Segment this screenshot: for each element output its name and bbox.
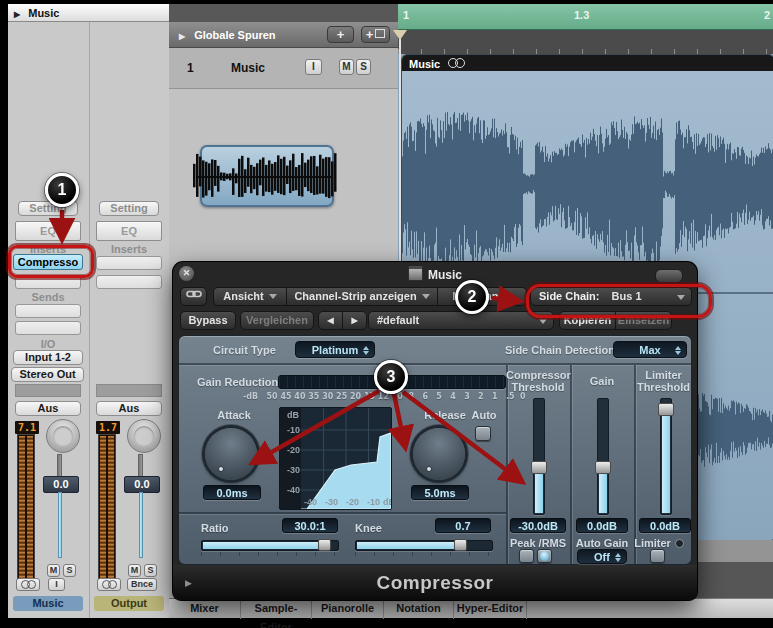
mute-button[interactable]: M [128, 564, 141, 577]
input-monitor-button[interactable]: I [48, 578, 65, 591]
input-button[interactable]: Input 1-2 [13, 350, 83, 365]
gain-value[interactable]: 0.0dB [576, 518, 628, 533]
pan-knob[interactable] [46, 419, 80, 453]
bounce-button[interactable]: Bnce [127, 578, 157, 591]
auto-release-checkbox[interactable] [475, 426, 491, 441]
bypass-button[interactable]: Bypass [180, 311, 236, 330]
mixer-header[interactable]: ▶ Music [8, 4, 169, 22]
rms-button[interactable] [537, 549, 552, 563]
ratio-value[interactable]: 30.0:1 [282, 518, 338, 533]
menu-channel-strip[interactable]: Channel-Strip anzeigen [286, 288, 437, 305]
threshold-slider[interactable] [533, 398, 545, 515]
tab-mixer[interactable]: Mixer [169, 599, 241, 619]
preset-selector[interactable]: #default [368, 311, 554, 330]
threshold-slider-handle[interactable] [531, 461, 547, 474]
limiter-slider-handle[interactable] [658, 403, 674, 416]
knee-slider-handle[interactable] [454, 539, 467, 551]
peak-button[interactable] [519, 549, 534, 563]
playhead-marker-icon[interactable] [393, 30, 407, 40]
stereo-format-button[interactable] [16, 578, 40, 591]
meter-bar-left [19, 436, 25, 578]
mute-button[interactable]: M [339, 59, 354, 75]
next-preset-button[interactable]: ▶ [342, 312, 366, 329]
mute-button[interactable]: M [47, 564, 60, 577]
track-row[interactable]: 1 Music I M S [169, 48, 398, 89]
fader-track[interactable] [139, 492, 143, 558]
stereo-format-button[interactable] [97, 578, 121, 591]
send-slot[interactable] [15, 321, 81, 335]
stereo-icon [17, 579, 39, 590]
group-slot[interactable] [15, 384, 81, 397]
limiter-toggle-button[interactable] [650, 549, 665, 563]
limiter-threshold-label2: Threshold [634, 381, 693, 393]
meter-bar-left [100, 436, 106, 578]
tab-pianorolle[interactable]: Pianorolle [312, 599, 384, 619]
gain-slider[interactable] [597, 398, 609, 515]
automation-button[interactable]: Aus [15, 401, 81, 416]
eq-slot[interactable]: EQ [15, 221, 81, 241]
sends-label: Sends [10, 292, 86, 303]
attack-value[interactable]: 0.0ms [203, 485, 261, 500]
gain-slider-handle[interactable] [595, 461, 611, 474]
limiter-slider-fill [662, 411, 670, 513]
tab-sample-editor[interactable]: Sample-Editor [241, 599, 312, 619]
eq-slot[interactable]: EQ [96, 221, 162, 241]
send-slot[interactable] [15, 304, 81, 318]
highlight-ring-side-chain [526, 284, 712, 318]
pan-knob[interactable] [127, 419, 161, 453]
output-button[interactable]: Stereo Out [11, 367, 84, 382]
detection-dropdown[interactable]: Max [613, 341, 687, 358]
add-multiple-tracks-button[interactable]: + [361, 26, 390, 43]
automation-button[interactable]: Aus [96, 401, 162, 416]
solo-button[interactable]: S [63, 564, 76, 577]
graph-y-label: -10 [282, 426, 300, 435]
tracklist-top-strip [169, 4, 398, 22]
add-track-button[interactable]: + [327, 26, 354, 43]
callout-badge-1: 1 [45, 173, 79, 207]
region-name: Music [409, 58, 440, 70]
tab-hyper-editor[interactable]: Hyper-Editor [454, 599, 527, 619]
release-knob[interactable] [413, 428, 465, 480]
ratio-slider[interactable] [201, 540, 339, 551]
knee-slider-fill [357, 542, 463, 549]
insert-slot-empty[interactable] [96, 275, 162, 289]
ratio-slider-handle[interactable] [318, 539, 331, 551]
compare-button[interactable]: Vergleichen [240, 311, 314, 330]
gain-slider-fill [599, 469, 607, 513]
release-value[interactable]: 5.0ms [411, 485, 469, 500]
link-button[interactable] [180, 287, 207, 306]
plugin-titlebar[interactable]: ✕ Music [173, 262, 697, 285]
callout-badge-3: 3 [374, 360, 408, 394]
knee-value[interactable]: 0.7 [435, 518, 491, 533]
auto-gain-dropdown[interactable]: Off [577, 549, 627, 564]
minimize-icon[interactable] [655, 269, 683, 283]
circuit-type-label: Circuit Type [213, 344, 276, 356]
fader-track[interactable] [58, 492, 62, 558]
setting-button[interactable]: Setting [99, 201, 159, 216]
attack-knob[interactable] [205, 428, 257, 480]
prev-preset-button[interactable]: ◀ [319, 312, 342, 329]
solo-button[interactable]: S [356, 59, 371, 75]
bar-ruler[interactable]: 1 1.3 2 [398, 4, 773, 30]
track-name-label[interactable]: Output [94, 596, 164, 611]
fader-value[interactable]: 0.0 [124, 476, 160, 493]
tab-notation[interactable]: Notation [384, 599, 454, 619]
solo-button[interactable]: S [144, 564, 157, 577]
threshold-value[interactable]: -30.0dB [510, 518, 566, 533]
knee-slider[interactable] [355, 540, 493, 551]
track-name-label[interactable]: Music [13, 596, 83, 611]
insert-slot-empty[interactable] [96, 256, 162, 270]
record-enable-button[interactable]: I [305, 59, 322, 75]
beat-ruler[interactable] [398, 30, 773, 54]
compressor-threshold-label: Compressor [506, 369, 570, 381]
limiter-value[interactable]: 0.0dB [639, 518, 691, 533]
group-slot[interactable] [96, 384, 162, 397]
menu-ansicht[interactable]: Ansicht [214, 288, 286, 305]
limiter-threshold-slider[interactable] [660, 398, 672, 515]
graph-x-label: -10 [367, 498, 380, 507]
fader-value[interactable]: 0.0 [43, 476, 79, 493]
slider-ticks [201, 552, 337, 556]
chevron-down-icon [503, 294, 511, 299]
circuit-type-dropdown[interactable]: Platinum [295, 341, 375, 358]
region-header[interactable]: Music [402, 55, 773, 71]
